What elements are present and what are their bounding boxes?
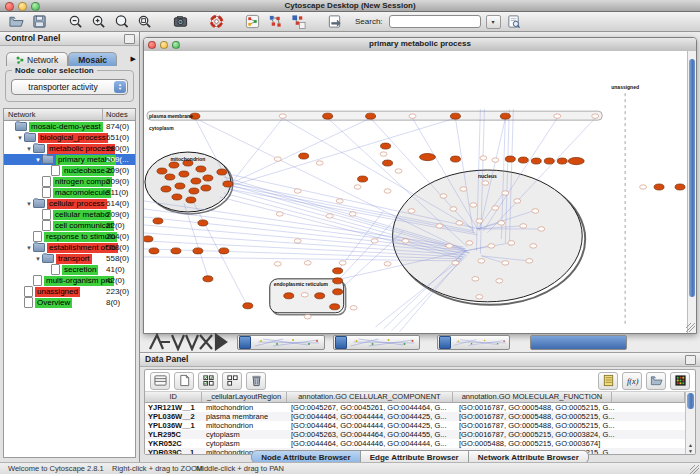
table-row[interactable]: YJR121W__1mitochondrion[GO:0045267, GO:0… [145, 403, 685, 412]
table-cell[interactable]: [GO:0045267, GO:0045261, GO:0044464, G..… [288, 403, 456, 412]
network-node[interactable] [326, 214, 333, 218]
table-cell[interactable]: [GO:0016787, GO:0005488, GO:0005215, G..… [456, 403, 616, 412]
tree-col-divider[interactable] [102, 109, 103, 120]
network-name[interactable]: multi-organism pro [44, 276, 114, 286]
unselect-attributes-icon[interactable] [222, 372, 242, 390]
network-node[interactable] [186, 197, 196, 203]
network-node[interactable] [304, 315, 311, 319]
network-node[interactable] [191, 178, 201, 184]
network-node[interactable] [508, 241, 515, 245]
tree-row[interactable]: nitrogen compo209(0) [4, 176, 135, 187]
network-node[interactable] [349, 212, 356, 216]
minimized-window-1[interactable] [237, 335, 325, 350]
network-node[interactable] [299, 153, 309, 159]
network-name[interactable]: cellular metabo [53, 210, 111, 220]
tab-mosaic[interactable]: Mosaic [68, 52, 117, 66]
column-header[interactable]: annotation.GO CELLULAR_COMPONENT [287, 392, 453, 402]
tree-row[interactable]: mosaic-demo-yeast874(0) [4, 121, 135, 132]
network-edge[interactable] [338, 231, 404, 292]
table-cell[interactable]: mitochondrion [203, 403, 288, 412]
heatmap-icon[interactable] [670, 372, 690, 390]
table-cell[interactable]: plasma membrane [203, 412, 288, 421]
table-cell[interactable]: cytoplasm [203, 430, 288, 439]
network-node[interactable] [592, 114, 599, 118]
network-node[interactable] [219, 248, 229, 254]
tab-network[interactable]: Network [6, 52, 68, 66]
tree-row[interactable]: cellular metabo209(0) [4, 209, 135, 220]
expand-arrow-icon[interactable]: ▼ [25, 146, 33, 152]
table-row[interactable]: YKR052Ccytoplasm[GO:0044464, GO:0044446,… [145, 439, 685, 448]
network-node[interactable] [175, 183, 185, 189]
network-node[interactable] [502, 191, 509, 195]
network-node[interactable] [193, 248, 203, 254]
tree-row[interactable]: macromolecule311(0) [4, 187, 135, 198]
network-node[interactable] [384, 189, 391, 193]
network-node[interactable] [450, 156, 460, 162]
network-node[interactable] [333, 289, 343, 295]
network-node[interactable] [304, 261, 311, 265]
delete-attribute-icon[interactable] [246, 372, 266, 390]
network-node[interactable] [301, 293, 308, 297]
expand-arrow-icon[interactable]: ▼ [16, 135, 24, 141]
network-node[interactable] [554, 114, 561, 118]
network-node[interactable] [217, 169, 227, 175]
table-row[interactable]: YPL036W__2plasma membrane[GO:0044464, GO… [145, 412, 685, 421]
table-cell[interactable]: YLR295C [145, 430, 203, 439]
tab-overflow-icon[interactable]: ▶ [131, 55, 136, 63]
network-node[interactable] [420, 153, 436, 160]
network-node[interactable] [530, 244, 537, 248]
network-node[interactable] [165, 174, 175, 180]
tree-row[interactable]: nucleobase-c209(0) [4, 165, 135, 176]
network-node[interactable] [450, 113, 460, 119]
network-node[interactable] [171, 248, 181, 254]
network-node[interactable] [384, 262, 391, 266]
network-node[interactable] [518, 157, 528, 163]
minimized-window-3[interactable] [437, 335, 510, 350]
expand-arrow-icon[interactable]: ▼ [34, 256, 42, 262]
network-node[interactable] [395, 169, 402, 173]
network-node[interactable] [476, 295, 483, 299]
search-input[interactable] [389, 15, 481, 28]
network-node[interactable] [149, 248, 159, 254]
network-node[interactable] [350, 306, 357, 310]
table-cell[interactable]: YJR121W__1 [145, 403, 203, 412]
zoom-selected-icon[interactable] [134, 13, 154, 30]
network-canvas[interactable]: plasma membranecytoplasmmitochondrionnuc… [144, 51, 687, 332]
network-node[interactable] [198, 220, 208, 226]
network-node[interactable] [492, 206, 499, 210]
network-node[interactable] [294, 239, 301, 243]
network-node[interactable] [480, 156, 487, 160]
network-node[interactable] [294, 189, 301, 193]
network-node[interactable] [568, 157, 584, 164]
table-cell[interactable]: YPL036W__2 [145, 412, 203, 421]
network-node[interactable] [466, 241, 473, 245]
network-node[interactable] [172, 194, 182, 200]
network-node[interactable] [514, 199, 521, 203]
network-node[interactable] [440, 194, 447, 198]
network-node[interactable] [144, 236, 153, 242]
network-node[interactable] [408, 209, 415, 213]
network-name[interactable]: unassigned [35, 287, 80, 297]
table-cell[interactable]: [GO:0005488, GO:0005215, GO:0003674] [456, 439, 616, 448]
network-node[interactable] [381, 143, 391, 149]
network-name[interactable]: nitrogen compo [53, 177, 112, 187]
table-cell[interactable]: [GO:0044464, GO:0044444, GO:0044425, G..… [288, 421, 456, 430]
attribute-table-icon[interactable] [150, 372, 170, 390]
network-node[interactable] [330, 304, 340, 310]
network-name[interactable]: macromolecule [53, 188, 111, 198]
network-node[interactable] [496, 279, 503, 283]
tree-row[interactable]: ▼metabolic process280(0) [4, 143, 135, 154]
zoom-fit-icon[interactable] [111, 13, 131, 30]
minimized-window-2[interactable] [333, 335, 420, 350]
tree-row[interactable]: ▼biological_process651(0) [4, 132, 135, 143]
network-node[interactable] [526, 259, 533, 263]
network-overview-icon[interactable] [242, 13, 262, 30]
tree-row[interactable]: unassigned223(0) [4, 286, 135, 297]
network-node[interactable] [333, 278, 343, 284]
table-row[interactable]: YLR295Ccytoplasm[GO:0045263, GO:0044464,… [145, 430, 685, 439]
network-node[interactable] [478, 259, 485, 263]
network-node[interactable] [456, 221, 463, 225]
window-resize-grip[interactable] [686, 323, 695, 332]
table-cell[interactable]: [GO:0016787, GO:0005488, GO:0005215, G..… [456, 421, 616, 430]
scrollbar-thumb[interactable] [689, 59, 695, 297]
